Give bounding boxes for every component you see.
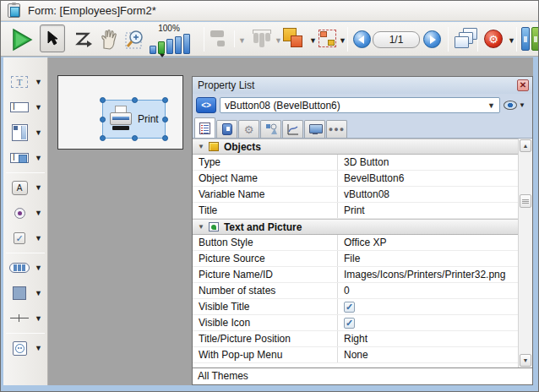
property-value[interactable]: File — [338, 251, 518, 266]
splitter-tool[interactable]: ▼ — [3, 306, 47, 331]
property-value[interactable]: Office XP — [338, 235, 518, 250]
monitor-icon — [309, 124, 321, 134]
resize-handle[interactable] — [162, 117, 168, 122]
input-tool[interactable]: I ▼ — [3, 95, 47, 120]
combo-box-tool-arrow[interactable]: ▼ — [35, 154, 42, 162]
view-options-button[interactable]: ▼ — [504, 101, 529, 110]
button-tool-arrow[interactable]: ▼ — [35, 183, 42, 192]
preferences-gear-icon[interactable]: ⚙ — [484, 30, 503, 48]
theme-footer[interactable]: All Themes — [193, 368, 532, 384]
next-page-button[interactable] — [423, 30, 441, 48]
object-selector-combo[interactable]: vButton08 (BevelButton6) ▼ — [220, 97, 500, 113]
zoom-scale-control[interactable]: 100% — [150, 24, 199, 57]
zoom-bars[interactable] — [150, 34, 199, 54]
input-tool-arrow[interactable]: ▼ — [35, 103, 42, 112]
window-titlebar[interactable]: Form: [Employees]Form2* — [1, 1, 538, 21]
property-row-visible-title: Visible Title✓ — [193, 299, 518, 315]
checkbox[interactable]: ✓ — [344, 302, 355, 313]
align-icon[interactable] — [210, 30, 231, 47]
resize-handle[interactable] — [132, 135, 138, 141]
tab-more[interactable]: ●●● — [326, 120, 347, 138]
tab-events[interactable] — [282, 120, 303, 138]
tab-methods[interactable] — [216, 120, 237, 138]
resize-handle[interactable] — [132, 97, 138, 103]
distribute-dropdown-arrow[interactable]: ▼ — [275, 36, 282, 45]
tab-properties[interactable] — [194, 117, 215, 138]
execute-form-icon[interactable] — [11, 28, 33, 52]
grid-dropdown-arrow[interactable]: ▼ — [339, 36, 346, 45]
tab-display[interactable] — [304, 120, 325, 138]
splitter-tool-arrow[interactable]: ▼ — [35, 314, 42, 323]
previous-page-button[interactable] — [353, 30, 371, 48]
cursor-arrow-icon — [46, 30, 59, 46]
zoom-tool-icon[interactable] — [125, 29, 148, 51]
entry-order-icon[interactable] — [74, 30, 94, 51]
selected-print-button[interactable]: Print — [102, 100, 166, 139]
right-arrow-icon — [430, 35, 436, 44]
resize-handle[interactable] — [100, 135, 106, 141]
combo-box-tool-icon: I — [10, 153, 29, 163]
property-value[interactable]: Images/Icons/Printers/Printer32.png — [338, 267, 518, 282]
checkbox[interactable]: ✓ — [344, 318, 355, 329]
property-label: Variable Name — [193, 187, 338, 202]
resize-handle[interactable] — [100, 97, 106, 103]
button-grid-tool-arrow[interactable]: ▼ — [35, 264, 42, 272]
property-label: Picture Source — [193, 251, 338, 266]
duplicate-many-icon[interactable] — [283, 28, 307, 52]
rectangle-tool[interactable]: ▼ — [3, 280, 47, 306]
property-value[interactable]: vButton08 — [338, 187, 518, 202]
radio-tool-arrow[interactable]: ▼ — [35, 209, 42, 217]
editor-content: T ▼ I ▼ ▼ I ▼ A ▼ ▼ ✓ ▼ — [3, 57, 533, 385]
plug-in-tool[interactable]: ▼ — [3, 335, 47, 361]
property-value[interactable]: Right — [338, 331, 518, 346]
scroll-up-icon[interactable]: ▲ — [520, 139, 531, 152]
preferences-dropdown-arrow[interactable]: ▼ — [508, 36, 515, 45]
resize-handle[interactable] — [162, 97, 168, 103]
tab-objects[interactable] — [260, 120, 281, 138]
page-indicator[interactable]: 1/1 — [373, 31, 420, 48]
radio-button-tool[interactable]: ▼ — [3, 200, 47, 226]
text-tool[interactable]: T ▼ — [3, 69, 47, 95]
plug-in-tool-arrow[interactable]: ▼ — [35, 344, 42, 352]
duplicate-dropdown-arrow[interactable]: ▼ — [309, 36, 317, 45]
display-windows-icon[interactable] — [455, 28, 480, 52]
check-box-tool[interactable]: ✓ ▼ — [3, 226, 47, 251]
button-grid-tool[interactable]: ▼ — [3, 255, 47, 280]
property-value[interactable]: BevelButton6 — [338, 171, 518, 186]
chart-icon — [287, 123, 299, 135]
property-value[interactable]: 0 — [338, 283, 518, 298]
button-tool[interactable]: A ▼ — [3, 175, 47, 200]
pan-hand-icon[interactable] — [99, 28, 121, 51]
close-icon[interactable]: ✕ — [517, 79, 529, 91]
property-value[interactable]: ✓ — [338, 299, 518, 314]
property-label: Title — [193, 203, 338, 218]
property-value[interactable]: ✓ — [338, 315, 518, 330]
section-header-objects[interactable]: ▼Objects — [193, 139, 518, 155]
distribute-icon[interactable] — [251, 30, 273, 48]
prev-next-object-button[interactable]: <> — [196, 97, 216, 113]
check-box-tool-arrow[interactable]: ▼ — [35, 234, 42, 242]
property-row-with-pop-up-menu: With Pop-up MenuNone — [193, 347, 518, 363]
resize-handle[interactable] — [162, 135, 168, 141]
resize-handle[interactable] — [100, 117, 106, 122]
collapse-triangle-icon[interactable]: ▼ — [198, 143, 204, 150]
list-box-tool-arrow[interactable]: ▼ — [35, 128, 42, 137]
section-header-text-picture[interactable]: ▼Text and Picture — [193, 219, 518, 235]
list-box-tool[interactable]: ▼ — [3, 120, 47, 145]
scrollbar-thumb[interactable] — [520, 194, 531, 208]
property-scrollbar[interactable]: ▲ ▼ — [518, 139, 532, 368]
property-value[interactable]: None — [338, 347, 518, 362]
text-tool-arrow[interactable]: ▼ — [35, 78, 42, 86]
tab-settings[interactable]: ⚙ — [238, 120, 259, 138]
collapse-triangle-icon[interactable]: ▼ — [198, 223, 204, 231]
scroll-down-icon[interactable]: ▼ — [520, 354, 531, 367]
property-value[interactable]: Print — [338, 203, 518, 218]
property-value[interactable]: 3D Button — [338, 155, 518, 170]
combo-box-tool[interactable]: I ▼ — [3, 145, 47, 171]
object-library-icon[interactable] — [521, 27, 539, 52]
grid-snap-icon[interactable] — [318, 30, 336, 47]
property-list-titlebar[interactable]: Property List ✕ — [193, 77, 532, 94]
rectangle-tool-arrow[interactable]: ▼ — [35, 289, 42, 297]
selection-tool-button[interactable] — [40, 24, 65, 52]
align-dropdown-arrow[interactable]: ▼ — [238, 36, 246, 45]
